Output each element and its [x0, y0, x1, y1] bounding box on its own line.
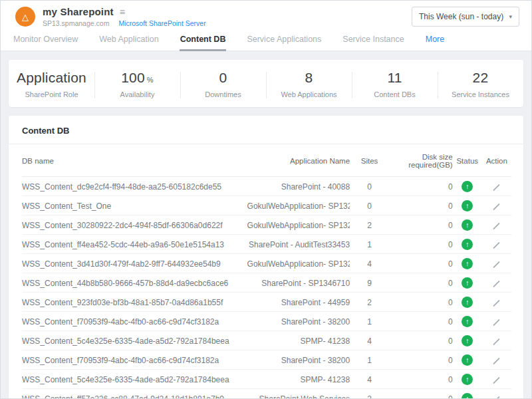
stat-label: Availability	[94, 90, 180, 98]
stat-value: 11	[352, 70, 438, 86]
edit-action-button[interactable]	[491, 318, 503, 327]
db-name-cell: WSS_Content_44b8b580-9666-457b-88d4-da9e…	[22, 273, 247, 293]
disk-size-cell: 0	[389, 273, 453, 293]
edit-pencil-icon	[493, 261, 501, 269]
edit-pencil-icon	[493, 396, 501, 399]
disk-size-cell: 0	[389, 196, 453, 215]
disk-size-cell: 0	[389, 254, 453, 273]
hamburger-menu-icon[interactable]: ≡	[120, 7, 125, 17]
table-row: WSS_Content_dc9e2cf4-ff94-48de-aa25-6051…	[22, 177, 511, 196]
status-cell: ↑	[453, 215, 482, 235]
server-type-link[interactable]: Microsoft SharePoint Server	[118, 19, 205, 27]
edit-action-button[interactable]	[491, 221, 503, 231]
db-name-cell: WSS_Content_Test_One	[22, 196, 247, 215]
status-cell: ↑	[453, 273, 482, 293]
status-up-icon: ↑	[462, 277, 473, 289]
stat-label: Web Applications	[266, 90, 352, 98]
edit-pencil-icon	[493, 358, 501, 365]
table-row: WSS_Content_Test_OneGokulWebApplication-…	[22, 196, 511, 215]
edit-action-button[interactable]	[491, 183, 503, 192]
sites-cell: 0	[350, 177, 389, 196]
edit-pencil-icon	[493, 242, 501, 249]
sites-cell: 9	[350, 273, 389, 293]
edit-pencil-icon	[493, 377, 501, 384]
edit-action-button[interactable]	[491, 260, 503, 269]
edit-action-button[interactable]	[491, 299, 503, 308]
summary-stats-card: ApplicationSharePoint Role100%Availabili…	[9, 60, 523, 107]
time-period-dropdown[interactable]: This Week (sun - today) ▾	[412, 7, 519, 27]
status-up-icon: ↑	[462, 258, 473, 269]
edit-action-button[interactable]	[491, 279, 503, 289]
application-name-cell: SPMP- 41238	[247, 331, 350, 350]
stat-service-instances: 22Service Instances	[438, 70, 523, 98]
table-row: WSS_Content_44b8b580-9666-457b-88d4-da9e…	[22, 273, 511, 293]
edit-pencil-icon	[493, 281, 501, 288]
db-name-cell: WSS_Content_3d41d30f-479f-4ab2-9ff7-6449…	[22, 254, 247, 273]
table-row: WSS_Content_5c4e325e-6335-4ade-a5d2-792a…	[22, 370, 511, 389]
table-row: WSS_Content_f70953f9-4abc-4fb0-ac66-c9d7…	[22, 350, 511, 370]
edit-action-button[interactable]	[491, 337, 503, 346]
tab-service-instance[interactable]: Service Instance	[342, 33, 404, 51]
column-header-disk-size-required-gb: Disk size required(GB)	[389, 144, 453, 177]
action-cell	[482, 177, 511, 196]
db-name-cell: WSS_Content_5c4e325e-6335-4ade-a5d2-792a…	[22, 370, 247, 389]
status-up-icon: ↑	[462, 354, 473, 366]
status-cell: ↑	[453, 312, 482, 331]
action-cell	[482, 196, 511, 215]
edit-pencil-icon	[493, 184, 501, 192]
edit-action-button[interactable]	[491, 202, 503, 211]
status-up-icon: ↑	[462, 297, 473, 308]
column-header-sites: Sites	[350, 144, 389, 177]
stat-label: Content DBs	[352, 90, 438, 98]
application-name-cell: SPMP- 41238	[247, 370, 350, 389]
sharepoint-monitor-logo-icon: △	[15, 7, 35, 27]
db-name-cell: WSS_Content_923fd03e-bf3b-48a1-85b7-0a4d…	[22, 293, 247, 312]
table-header-row: DB nameApplication NameSitesDisk size re…	[22, 144, 511, 177]
action-cell	[482, 215, 511, 235]
stat-value: 22	[438, 70, 523, 86]
disk-size-cell: 0	[389, 293, 453, 312]
sites-cell: 1	[350, 350, 389, 370]
status-up-icon: ↑	[462, 335, 473, 346]
action-cell	[482, 293, 511, 312]
warning-triangle-icon: △	[22, 12, 29, 22]
application-name-cell: GokulWebApplication- SP1328261	[247, 215, 350, 235]
stat-label: Service Instances	[438, 90, 523, 98]
disk-size-cell: 0	[389, 235, 453, 254]
stat-label: Downtimes	[180, 90, 266, 98]
db-name-cell: WSS_Content_f70953f9-4abc-4fb0-ac66-c9d7…	[22, 350, 247, 370]
tab-monitor-overview[interactable]: Monitor Overview	[13, 33, 78, 51]
sites-cell: 2	[350, 389, 389, 399]
edit-pencil-icon	[493, 300, 501, 307]
title-block: my Sharepoint ≡ SP13.spmanage.com Micros…	[43, 6, 206, 27]
action-cell	[482, 331, 511, 350]
table-row: WSS_Content_923fd03e-bf3b-48a1-85b7-0a4d…	[22, 293, 511, 312]
sites-cell: 4	[350, 370, 389, 389]
tab-more[interactable]: More	[425, 33, 445, 51]
sites-cell: 4	[350, 254, 389, 273]
tab-web-application[interactable]: Web Application	[98, 33, 159, 51]
disk-size-cell: 0	[389, 389, 453, 399]
stat-value: Application	[9, 70, 94, 86]
application-name-cell: SharePoint - 38200	[247, 350, 350, 370]
time-period-value: This Week (sun - today)	[419, 12, 503, 21]
application-name-cell: GokulWebApplication- SP1328261	[247, 196, 350, 215]
action-cell	[482, 389, 511, 399]
tab-service-applications[interactable]: Service Applications	[246, 33, 322, 51]
edit-action-button[interactable]	[491, 356, 503, 366]
sites-cell: 2	[350, 293, 389, 312]
edit-pencil-icon	[493, 203, 501, 211]
stat-value: 100%	[94, 70, 180, 86]
application-name-cell: GokulWebApplication- SP1328261	[247, 254, 350, 273]
status-cell: ↑	[453, 331, 482, 350]
edit-action-button[interactable]	[491, 376, 503, 385]
application-name-cell: SharePoint Web Services	[247, 389, 350, 399]
edit-pencil-icon	[493, 319, 501, 327]
edit-pencil-icon	[493, 223, 501, 230]
edit-action-button[interactable]	[491, 241, 503, 250]
stat-sharepoint-role: ApplicationSharePoint Role	[9, 70, 94, 98]
tab-content-db[interactable]: Content DB	[180, 33, 227, 51]
content-db-table: DB nameApplication NameSitesDisk size re…	[22, 144, 511, 399]
status-up-icon: ↑	[462, 181, 473, 192]
edit-action-button[interactable]	[491, 395, 503, 399]
